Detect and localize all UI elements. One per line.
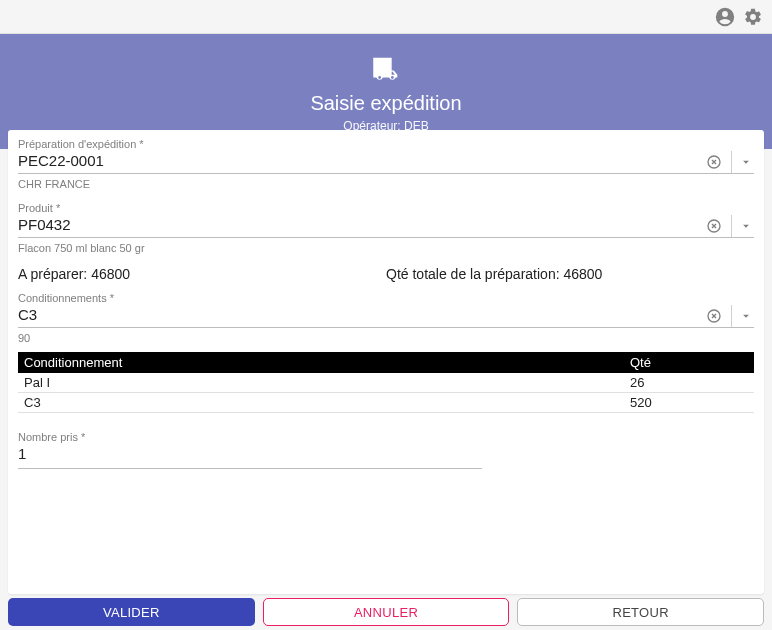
cell-qty: 520 <box>624 393 754 413</box>
button-bar: VALIDER ANNULER RETOUR <box>8 598 764 626</box>
product-label: Produit * <box>18 202 754 214</box>
top-bar <box>0 0 772 34</box>
total-label: Qté totale de la préparation: <box>386 266 560 282</box>
clear-icon[interactable] <box>705 153 723 171</box>
truck-icon <box>0 52 772 86</box>
prep-input[interactable] <box>18 150 705 173</box>
field-product: Produit * <box>18 202 754 238</box>
chevron-down-icon[interactable] <box>738 308 754 324</box>
qty-taken-input[interactable] <box>18 443 482 466</box>
account-icon[interactable] <box>714 6 736 28</box>
total-value: 46800 <box>563 266 602 282</box>
product-input[interactable] <box>18 214 705 237</box>
prep-label: Préparation d'expédition * <box>18 138 754 150</box>
field-qty-taken: Nombre pris * <box>18 431 754 469</box>
form-card: Préparation d'expédition * CHR FRANCE Pr… <box>8 130 764 594</box>
packaging-hint: 90 <box>18 332 754 344</box>
chevron-down-icon[interactable] <box>738 154 754 170</box>
cell-qty: 26 <box>624 373 754 393</box>
prep-hint: CHR FRANCE <box>18 178 754 190</box>
col-pack: Conditionnement <box>18 352 624 373</box>
packaging-table: Conditionnement Qté Pal I26C3520 <box>18 352 754 413</box>
field-packaging: Conditionnements * <box>18 292 754 328</box>
back-button[interactable]: RETOUR <box>517 598 764 626</box>
table-row: C3520 <box>18 393 754 413</box>
chevron-down-icon[interactable] <box>738 218 754 234</box>
packaging-input[interactable] <box>18 304 705 327</box>
clear-icon[interactable] <box>705 217 723 235</box>
page-title: Saisie expédition <box>0 92 772 115</box>
packaging-label: Conditionnements * <box>18 292 754 304</box>
col-qty: Qté <box>624 352 754 373</box>
gear-icon[interactable] <box>742 6 764 28</box>
qty-taken-label: Nombre pris * <box>18 431 754 443</box>
underline <box>18 468 482 469</box>
to-prepare-value: 46800 <box>91 266 130 282</box>
separator <box>731 151 732 173</box>
to-prepare-label: A préparer: <box>18 266 87 282</box>
table-row: Pal I26 <box>18 373 754 393</box>
cell-pack: C3 <box>18 393 624 413</box>
product-hint: Flacon 750 ml blanc 50 gr <box>18 242 754 254</box>
cancel-button[interactable]: ANNULER <box>263 598 510 626</box>
separator <box>731 305 732 327</box>
validate-button[interactable]: VALIDER <box>8 598 255 626</box>
field-preparation: Préparation d'expédition * <box>18 138 754 174</box>
info-row: A préparer: 46800 Qté totale de la prépa… <box>18 266 754 282</box>
clear-icon[interactable] <box>705 307 723 325</box>
cell-pack: Pal I <box>18 373 624 393</box>
separator <box>731 215 732 237</box>
